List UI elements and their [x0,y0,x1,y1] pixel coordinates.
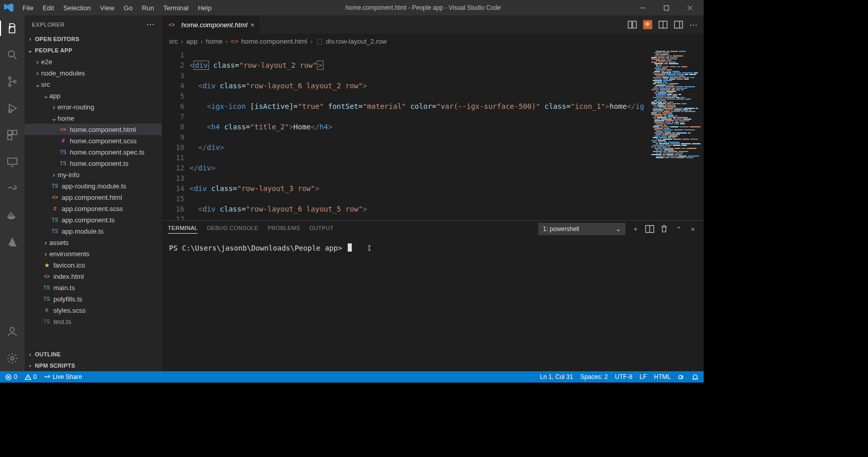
breadcrumb-item[interactable]: div.row-layout_2.row [326,37,387,45]
tab-home-component-html[interactable]: <> home.component.html × [162,15,260,34]
close-button[interactable] [678,0,702,15]
menu-edit[interactable]: Edit [39,2,58,14]
terminal[interactable]: PS C:\Users\jasonb\Downloads\People app>… [162,237,704,371]
section-npm-scripts[interactable]: ›NPM SCRIPTS [25,360,162,371]
tree-file-app-component-ts[interactable]: TSapp.component.ts [25,214,162,225]
tree-file-index-html[interactable]: <>index.html [25,271,162,282]
svg-rect-11 [10,214,12,216]
section-outline[interactable]: ›OUTLINE [25,349,162,360]
tab-label: home.component.html [181,21,248,29]
terminal-dropdown[interactable]: 1: powershell ⌄ [538,223,626,235]
tree-file-app-module-ts[interactable]: TSapp.module.ts [25,225,162,237]
menu-go[interactable]: Go [120,2,137,14]
tree-folder-assets[interactable]: ›assets [25,237,162,248]
sidebar-more-icon[interactable]: ⋯ [146,20,155,29]
tree-folder-my-info[interactable]: ›my-info [25,169,162,180]
favicon-file-icon: ★ [42,262,51,268]
activity-remote-icon[interactable] [0,152,25,172]
tree-folder-e2e[interactable]: ›e2e [25,56,162,67]
activity-extensions-icon[interactable] [0,125,25,145]
menu-selection[interactable]: Selection [59,2,95,14]
tree-file-main-ts[interactable]: TSmain.ts [25,282,162,293]
status-encoding[interactable]: UTF-8 [615,373,632,380]
minimize-button[interactable] [631,0,654,15]
tree-file-styles-scss[interactable]: #styles.scss [25,304,162,316]
breadcrumb-item[interactable]: home [206,37,223,45]
close-panel-icon[interactable]: × [688,224,697,234]
activity-run-debug-icon[interactable] [0,99,25,118]
layout-icon[interactable] [674,20,683,29]
activity-search-icon[interactable] [0,45,25,65]
tree-file-favicon-ico[interactable]: ★favicon.ico [25,259,162,271]
status-indentation[interactable]: Spaces: 2 [580,373,608,380]
breadcrumbs[interactable]: src› app› home› <> home.component.html› … [162,34,704,48]
menu-run[interactable]: Run [138,2,158,14]
tree-file-app-component-scss[interactable]: #app.component.scss [25,203,162,214]
status-errors[interactable]: 0 [5,373,17,380]
menu-terminal[interactable]: Terminal [159,2,193,14]
svg-rect-10 [8,214,10,216]
extension-badge-icon[interactable]: 申 [643,20,652,29]
terminal-cursor [348,243,352,252]
menu-help[interactable]: Help [194,2,216,14]
activity-source-control-icon[interactable] [0,72,25,91]
panel-tab-debug-console[interactable]: DEBUG CONSOLE [207,225,258,234]
tree-folder-node-modules[interactable]: ›node_modules [25,67,162,79]
minimap[interactable]: /* rendered below */ [648,48,704,220]
activity-azure-icon[interactable] [0,232,25,252]
tree-file-home-component-spec-ts[interactable]: TShome.component.spec.ts [25,146,162,158]
maximize-button[interactable] [654,0,678,15]
compare-changes-icon[interactable] [628,20,637,29]
kill-terminal-icon[interactable] [659,224,669,234]
panel-tab-output[interactable]: OUTPUT [309,225,333,234]
tree-file-home-component-scss[interactable]: #home.component.scss [25,135,162,146]
svg-point-5 [9,109,12,112]
tree-folder-src[interactable]: ⌄src [25,79,162,90]
status-cursor-position[interactable]: Ln 1, Col 31 [540,373,573,380]
split-terminal-icon[interactable] [645,224,654,234]
tree-file-app-routing-module-ts[interactable]: TSapp-routing.module.ts [25,180,162,192]
tree-folder-environments[interactable]: ›environments [25,248,162,259]
tree-file-home-component-ts[interactable]: TShome.component.ts [25,158,162,169]
section-project[interactable]: ⌄PEOPLE APP [25,45,162,56]
tree-folder-app[interactable]: ⌄app [25,90,162,101]
panel-tab-problems[interactable]: PROBLEMS [268,225,300,234]
menu-file[interactable]: File [18,2,37,14]
tree-file-home-component-html[interactable]: <>home.component.html [25,124,162,135]
tree-file-test-ts[interactable]: TStest.ts [25,316,162,327]
status-eol[interactable]: LF [639,373,647,380]
section-open-editors[interactable]: ›OPEN EDITORS [25,33,162,45]
maximize-panel-icon[interactable]: ⌃ [674,224,683,234]
panel-tab-terminal[interactable]: TERMINAL [168,225,198,234]
tree-folder-error-routing[interactable]: ›error-routing [25,101,162,112]
status-live-share[interactable]: Live Share [44,373,82,380]
scss-file-icon: # [59,138,68,144]
file-tree: ›e2e ›node_modules ⌄src ⌄app ›error-rout… [25,56,162,349]
status-feedback-icon[interactable] [678,374,685,380]
split-editor-icon[interactable] [658,20,668,29]
scss-file-icon: # [50,206,60,212]
tab-close-icon[interactable]: × [251,21,255,29]
status-notifications-icon[interactable] [692,374,699,380]
activity-account-icon[interactable] [0,322,25,341]
breadcrumb-item[interactable]: app [186,37,198,45]
activity-share-icon[interactable] [0,179,25,198]
svg-rect-16 [628,21,632,28]
svg-rect-8 [8,136,12,140]
code-editor[interactable]: <div class="row-layout_2 row"> <div clas… [190,48,648,220]
activity-docker-icon[interactable] [0,205,25,225]
svg-rect-19 [674,21,683,28]
html-file-icon: <> [50,195,60,200]
tree-file-app-component-html[interactable]: <>app.component.html [25,192,162,203]
activity-settings-icon[interactable] [0,349,25,368]
menu-view[interactable]: View [96,2,119,14]
tree-folder-home[interactable]: ⌄home [25,112,162,124]
editor-more-icon[interactable]: ⋯ [689,20,697,30]
tree-file-polyfills-ts[interactable]: TSpolyfills.ts [25,293,162,304]
activity-explorer-icon[interactable] [0,18,25,38]
breadcrumb-item[interactable]: home.component.html [241,37,308,45]
status-warnings[interactable]: 0 [25,373,37,380]
breadcrumb-item[interactable]: src [169,37,178,45]
status-language[interactable]: HTML [654,373,671,380]
new-terminal-icon[interactable]: ＋ [631,224,640,234]
